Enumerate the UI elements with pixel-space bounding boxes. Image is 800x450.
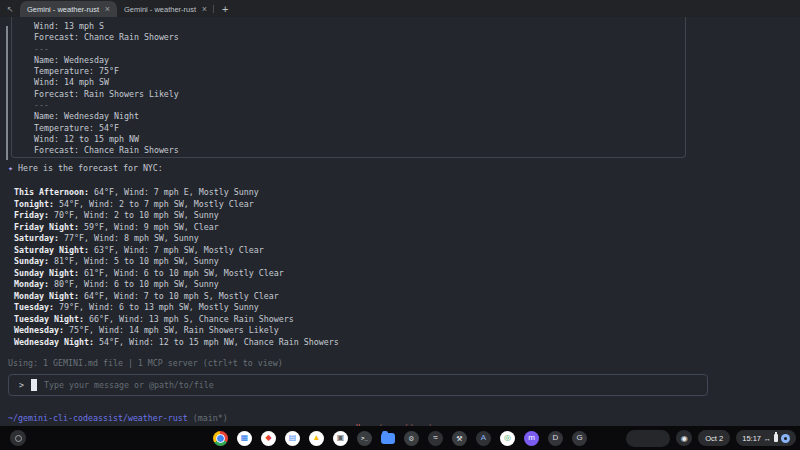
drive-icon[interactable]: ▲ bbox=[309, 431, 324, 446]
green-app-icon[interactable]: ◎ bbox=[500, 431, 515, 446]
launcher-ring bbox=[15, 435, 22, 442]
chromeos-screen: ↖ Gemini - weather-rust × Gemini - weath… bbox=[0, 0, 800, 450]
forecast-day: Wednesday: bbox=[14, 325, 64, 335]
git-branch: (main*) bbox=[193, 413, 228, 423]
maps-icon[interactable]: ◆ bbox=[261, 431, 276, 446]
forecast-line: Saturday Night: 63°F, Wind: 7 mph SW, Mo… bbox=[14, 245, 339, 257]
forecast-day: Sunday Night: bbox=[14, 268, 79, 278]
forecast-day: Tonight: bbox=[14, 199, 54, 209]
holding-space-pill[interactable] bbox=[626, 430, 670, 447]
cwd-text: ~/gemini-cli-codeassist/weather-rust bbox=[8, 413, 188, 423]
forecast-detail: 61°F, Wind: 6 to 10 mph SW, Mostly Clear bbox=[79, 268, 284, 278]
forecast-day: Sunday: bbox=[14, 256, 49, 266]
forecast-detail: 75°F, Wind: 14 mph SW, Rain Showers Like… bbox=[64, 325, 279, 335]
window-corner-icon[interactable]: ↖ bbox=[0, 1, 20, 17]
forecast-day: Monday Night: bbox=[14, 291, 79, 301]
system-tray: ◉ Oct 2 15:17 ↔ bbox=[626, 430, 796, 447]
forecast-detail: 79°F, Wind: 6 to 13 mph SW, Mostly Sunny bbox=[54, 302, 259, 312]
forecast-day: Monday: bbox=[14, 279, 49, 289]
forecast-line: Monday Night: 64°F, Wind: 7 to 10 mph S,… bbox=[14, 291, 339, 303]
browser-tab-bar: ↖ Gemini - weather-rust × Gemini - weath… bbox=[0, 0, 800, 17]
prompt-glyph: > bbox=[19, 380, 24, 390]
tool-output-line: Forecast: Chance Rain Showers bbox=[34, 145, 685, 156]
forecast-detail: 64°F, Wind: 7 mph E, Mostly Sunny bbox=[89, 187, 259, 197]
forecast-line: Friday Night: 59°F, Wind: 9 mph SW, Clea… bbox=[14, 222, 339, 234]
purple-m-icon[interactable]: m bbox=[524, 431, 539, 446]
tab-close-icon[interactable]: × bbox=[202, 4, 207, 14]
battery-icon bbox=[774, 434, 778, 442]
forecast-day: Tuesday Night: bbox=[14, 314, 84, 324]
docs-icon[interactable]: ▤ bbox=[285, 431, 300, 446]
response-header-text: Here is the forecast for NYC: bbox=[18, 163, 163, 173]
assistant-a-icon[interactable]: A bbox=[476, 431, 491, 446]
date-label: Oct 2 bbox=[705, 434, 723, 443]
forecast-detail: 80°F, Wind: 6 to 10 mph SW, Sunny bbox=[49, 279, 219, 289]
date-pill[interactable]: Oct 2 bbox=[698, 430, 730, 446]
tab-label: Gemini - weather-rust bbox=[124, 5, 198, 14]
chromeos-shelf: ▦◆▤▲▣>_⚙≈⚒A◎mDG ◉ Oct 2 15:17 ↔ bbox=[0, 426, 800, 450]
forecast-detail: 54°F, Wind: 2 to 7 mph SW, Mostly Clear bbox=[54, 199, 254, 209]
tab-gemini-weather-rust-2[interactable]: Gemini - weather-rust × bbox=[117, 1, 214, 17]
cast-button[interactable]: ◉ bbox=[676, 430, 692, 446]
forecast-line: Tuesday: 79°F, Wind: 6 to 13 mph SW, Mos… bbox=[14, 302, 339, 314]
forecast-detail: 66°F, Wind: 13 mph S, Chance Rain Shower… bbox=[84, 314, 294, 324]
input-switch-icon: ↔ bbox=[764, 435, 771, 442]
forecast-day: Friday: bbox=[14, 210, 49, 220]
chat-icon[interactable]: ▣ bbox=[333, 431, 348, 446]
forecast-line: Sunday Night: 61°F, Wind: 6 to 10 mph SW… bbox=[14, 268, 339, 280]
clock-label: 15:17 bbox=[742, 434, 761, 443]
input-placeholder: Type your message or @path/to/file bbox=[44, 380, 214, 390]
chrome-icon[interactable] bbox=[213, 431, 228, 446]
message-input[interactable]: > Type your message or @path/to/file bbox=[8, 374, 708, 396]
forecast-day: Saturday: bbox=[14, 233, 59, 243]
terminal-icon[interactable]: >_ bbox=[357, 431, 372, 446]
forecast-line: Tuesday Night: 66°F, Wind: 13 mph S, Cha… bbox=[14, 314, 339, 326]
tool-output: Wind: 13 mph SForecast: Chance Rain Show… bbox=[34, 21, 685, 157]
forecast-day: Tuesday: bbox=[14, 302, 54, 312]
forecast-line: Wednesday Night: 54°F, Wind: 12 to 15 mp… bbox=[14, 337, 339, 349]
launcher-icon[interactable] bbox=[10, 430, 26, 446]
tool-output-line: --- bbox=[34, 44, 685, 55]
app-g-icon[interactable]: G bbox=[572, 431, 587, 446]
activity-icon[interactable]: ≈ bbox=[428, 431, 443, 446]
forecast-detail: 63°F, Wind: 7 mph SW, Mostly Clear bbox=[89, 245, 264, 255]
tab-gemini-weather-rust-1[interactable]: Gemini - weather-rust × bbox=[20, 1, 117, 17]
tools-icon[interactable]: ⚒ bbox=[452, 431, 467, 446]
forecast-detail: 64°F, Wind: 7 to 10 mph S, Mostly Clear bbox=[79, 291, 279, 301]
tab-close-icon[interactable]: × bbox=[105, 4, 110, 14]
response-header: ✦Here is the forecast for NYC: bbox=[8, 163, 163, 173]
scrollbar[interactable] bbox=[6, 26, 8, 160]
tool-output-line: --- bbox=[34, 100, 685, 111]
status-tray[interactable]: 15:17 ↔ bbox=[736, 430, 796, 446]
tool-output-box: Wind: 13 mph SForecast: Chance Rain Show… bbox=[11, 17, 686, 158]
tool-output-line: Wind: 14 mph SW bbox=[34, 77, 685, 88]
tool-output-line: Name: Wednesday Night bbox=[34, 111, 685, 122]
tool-output-line: Wind: 12 to 15 mph NW bbox=[34, 134, 685, 145]
context-using-line: Using: 1 GEMINI.md file | 1 MCP server (… bbox=[8, 358, 283, 368]
tool-output-line: Forecast: Rain Showers Likely bbox=[34, 89, 685, 100]
shelf-apps: ▦◆▤▲▣>_⚙≈⚒A◎mDG bbox=[213, 431, 587, 446]
new-tab-icon[interactable]: + bbox=[222, 3, 228, 15]
tool-output-line: Temperature: 75°F bbox=[34, 66, 685, 77]
forecast-detail: 77°F, Wind: 8 mph SW, Sunny bbox=[59, 233, 199, 243]
forecast-day: Friday Night: bbox=[14, 222, 79, 232]
forecast-line: Tonight: 54°F, Wind: 2 to 7 mph SW, Most… bbox=[14, 199, 339, 211]
forecast-line: This Afternoon: 64°F, Wind: 7 mph E, Mos… bbox=[14, 187, 339, 199]
forecast-detail: 54°F, Wind: 12 to 15 mph NW, Chance Rain… bbox=[94, 337, 339, 347]
calendar-icon[interactable]: ▦ bbox=[237, 431, 252, 446]
settings-icon[interactable]: ⚙ bbox=[404, 431, 419, 446]
forecast-line: Saturday: 77°F, Wind: 8 mph SW, Sunny bbox=[14, 233, 339, 245]
forecast-list: This Afternoon: 64°F, Wind: 7 mph E, Mos… bbox=[14, 187, 339, 348]
cast-icon: ◉ bbox=[681, 434, 688, 443]
tool-output-line: Wind: 13 mph S bbox=[34, 21, 685, 32]
files-icon[interactable] bbox=[381, 433, 395, 444]
forecast-line: Wednesday: 75°F, Wind: 14 mph SW, Rain S… bbox=[14, 325, 339, 337]
forecast-detail: 70°F, Wind: 2 to 10 mph SW, Sunny bbox=[49, 210, 219, 220]
forecast-day: Wednesday Night: bbox=[14, 337, 94, 347]
tool-output-line: Temperature: 54°F bbox=[34, 123, 685, 134]
app-d-icon[interactable]: D bbox=[548, 431, 563, 446]
forecast-line: Friday: 70°F, Wind: 2 to 10 mph SW, Sunn… bbox=[14, 210, 339, 222]
forecast-day: This Afternoon: bbox=[14, 187, 89, 197]
tool-output-line: Name: Wednesday bbox=[34, 55, 685, 66]
tab-label: Gemini - weather-rust bbox=[27, 5, 101, 14]
